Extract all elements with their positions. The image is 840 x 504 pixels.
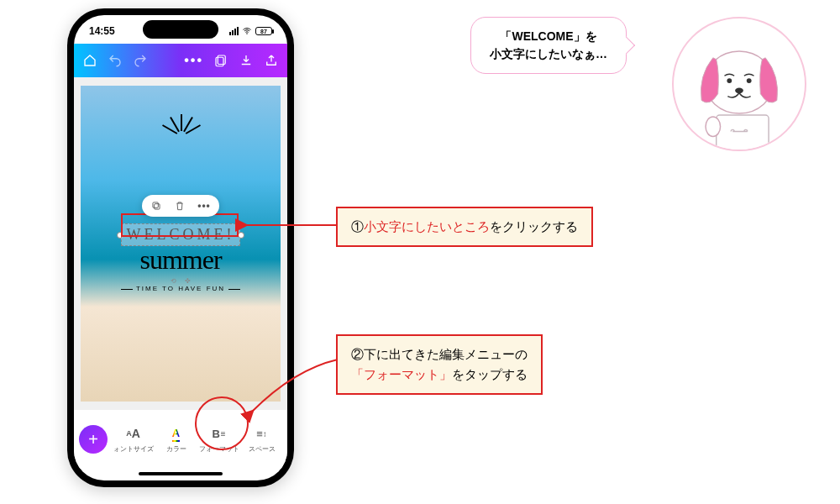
callout-emphasis: 小文字にしたいところ [364,219,490,234]
callout-emphasis: 「フォーマット」 [351,367,452,381]
callout-tail: をクリックする [490,219,578,234]
svg-rect-1 [218,55,225,65]
font-size-icon: AA [126,425,140,442]
dog-illustration [674,18,805,150]
speech-bubble: 「WELCOME」を 小文字にしたいなぁ… [470,17,627,74]
svg-rect-4 [153,202,158,207]
callout-tail: をタップする [452,367,528,381]
menu-spacing[interactable]: ≡↕ スペース [241,425,282,454]
wifi-icon [242,26,252,36]
more-icon[interactable]: ••• [184,53,203,68]
svg-rect-10 [717,115,769,150]
add-button[interactable]: + [79,425,108,454]
home-icon[interactable] [82,53,97,68]
share-icon[interactable] [264,53,279,68]
context-toolbar: ••• [142,195,219,217]
design-canvas[interactable]: ••• WELCOME! summer ⟲✜ TIME TO HAVE FUN [74,77,287,410]
menu-label: カラー [166,444,186,454]
design-artboard[interactable]: ••• WELCOME! summer ⟲✜ TIME TO HAVE FUN [81,86,281,402]
bottom-edit-menu: + AA ォントサイズ A カラー B≡ フォーマット ≡↕ スペース [74,410,287,469]
format-icon: B≡ [212,425,225,442]
svg-point-0 [246,33,248,34]
color-icon: A [172,425,180,442]
clock: 14:55 [89,25,115,37]
bubble-line2: 小文字にしたいなぁ… [490,47,607,60]
menu-color[interactable]: A カラー [155,425,197,454]
app-toolbar: ••• [74,44,287,77]
callout-line1: 下に出てきた編集メニューの [364,347,528,361]
menu-font-size[interactable]: AA ォントサイズ [113,425,154,454]
battery-icon: 87 [255,27,272,35]
bubble-line1: 「WELCOME」を [500,29,596,43]
signal-icon [229,27,239,35]
svg-point-11 [706,117,721,136]
context-more-icon[interactable]: ••• [197,200,211,212]
callout-number: ① [351,219,364,234]
summer-heading[interactable]: summer [139,244,221,276]
sun-decoration [139,119,223,161]
mini-controls: ⟲✜ [171,277,191,285]
welcome-text[interactable]: WELCOME! [121,223,241,246]
menu-format[interactable]: B≡ フォーマット [198,425,239,454]
svg-point-9 [735,87,743,93]
download-icon[interactable] [239,53,254,68]
pages-icon[interactable] [213,53,228,68]
annotation-callout-1: ①小文字にしたいところをクリックする [336,207,593,247]
menu-label: フォーマット [199,444,239,454]
tagline-text[interactable]: TIME TO HAVE FUN [121,285,240,292]
callout-number: ② [351,347,364,361]
svg-point-7 [727,78,732,83]
selected-text-element[interactable]: WELCOME! [121,223,241,246]
trash-icon[interactable] [174,200,186,212]
notch [143,20,218,39]
home-indicator[interactable] [139,472,223,475]
svg-rect-2 [216,57,223,66]
phone-mockup: 14:55 87 ••• [67,8,294,487]
redo-icon[interactable] [133,53,148,68]
phone-screen: 14:55 87 ••• [74,15,287,480]
character-avatar [672,17,806,151]
svg-point-8 [747,78,752,83]
resize-handle-right[interactable] [238,232,244,239]
menu-label: スペース [249,444,276,454]
undo-icon[interactable] [108,53,123,68]
menu-label: ォントサイズ [113,444,154,454]
spacing-icon: ≡↕ [256,425,267,442]
duplicate-icon[interactable] [150,200,162,212]
annotation-callout-2: ②下に出てきた編集メニューの 「フォーマット」をタップする [336,334,543,395]
svg-rect-3 [155,204,160,209]
